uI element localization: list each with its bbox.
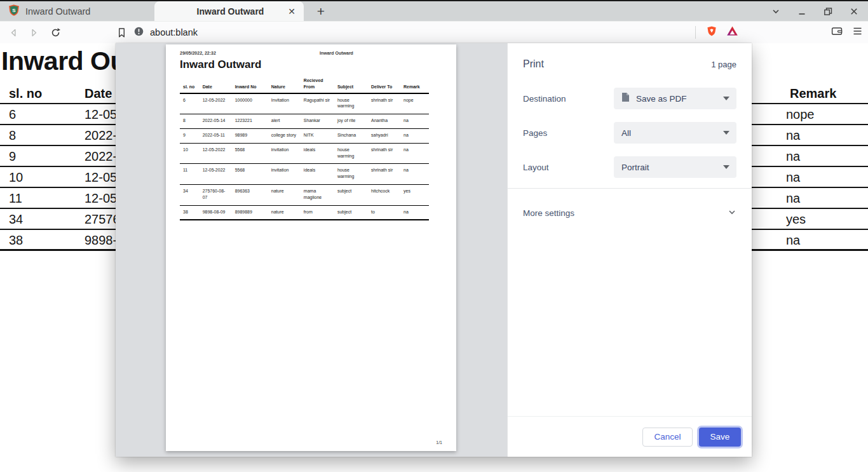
- sheet-datetime: 29/05/2022, 22:32: [180, 51, 216, 55]
- cell-sl-no: 11: [9, 188, 22, 209]
- preview-cell: Shankar: [301, 114, 334, 129]
- bat-rewards-icon[interactable]: [726, 25, 738, 39]
- tab-close-icon[interactable]: ✕: [285, 4, 299, 18]
- preview-cell: invitation: [268, 143, 301, 164]
- window-controls: [768, 4, 862, 19]
- panel-divider: [508, 188, 752, 189]
- preview-cell: college story: [268, 128, 301, 143]
- destination-field: Destination Save as PDF: [523, 88, 736, 109]
- preview-cell: 1223221: [232, 114, 268, 129]
- header-sl-no: sl. no: [9, 83, 42, 104]
- preview-cell: 896363: [232, 184, 268, 205]
- preview-cell: house warming: [334, 93, 368, 114]
- preview-cell: nature: [268, 184, 301, 205]
- svg-text:S: S: [12, 8, 16, 13]
- layout-dropdown[interactable]: Portrait: [614, 156, 736, 178]
- cell-remark: na: [786, 167, 800, 188]
- preview-cell: subject: [334, 205, 368, 220]
- cell-sl-no: 9: [9, 146, 16, 167]
- preview-cell: sahyadri: [368, 128, 400, 143]
- preview-cell: 1000000: [232, 93, 268, 114]
- preview-cell: 8: [180, 114, 200, 129]
- preview-cell: na: [400, 128, 429, 143]
- bookmark-icon[interactable]: [112, 23, 131, 42]
- cell-sl-no: 10: [9, 167, 23, 188]
- dropdown-caret-icon: [723, 97, 729, 100]
- preview-row: 9 2022-05-11 98989 college story NITK Si…: [180, 128, 429, 143]
- tab-inward-outward[interactable]: Inward Outward ✕: [154, 1, 304, 21]
- preview-header-row: sl. no Date Inward No Nature Recieved Fr…: [180, 76, 429, 93]
- menu-icon[interactable]: [852, 26, 863, 39]
- pages-dropdown[interactable]: All: [614, 122, 736, 144]
- preview-cell: 38: [180, 205, 200, 220]
- pages-label: Pages: [523, 128, 547, 138]
- preview-header-cell: Recieved From: [301, 76, 334, 93]
- browser-toolbar: about:blank: [0, 21, 868, 43]
- forward-icon[interactable]: [24, 23, 43, 42]
- preview-cell: 10: [180, 143, 200, 164]
- preview-cell: 2022-05-14: [200, 114, 232, 129]
- preview-cell: 5568: [232, 143, 268, 164]
- url-text[interactable]: about:blank: [150, 27, 198, 37]
- preview-row: 38 9898-08-09 8989889 nature from subjec…: [180, 205, 429, 220]
- layout-value: Portrait: [621, 163, 649, 172]
- tab-search-chevron-icon[interactable]: [768, 4, 783, 19]
- destination-label: Destination: [523, 94, 566, 104]
- preview-cell: Invitation: [268, 93, 301, 114]
- header-remark: Remark: [790, 83, 836, 104]
- layout-label: Layout: [523, 163, 549, 172]
- document-icon: [621, 92, 630, 105]
- brave-shield-icon[interactable]: [706, 25, 717, 40]
- minimize-icon[interactable]: [794, 4, 810, 19]
- preview-cell: ideals: [301, 164, 334, 185]
- destination-dropdown[interactable]: Save as PDF: [614, 88, 736, 109]
- preview-cell: 6: [180, 93, 200, 114]
- cell-sl-no: 8: [9, 125, 16, 146]
- preview-cell: joy of rite: [334, 114, 368, 129]
- new-tab-button[interactable]: +: [313, 3, 329, 20]
- page-info-icon[interactable]: [133, 26, 144, 39]
- window-title: Inward Outward: [25, 6, 90, 17]
- preview-cell: 98989: [232, 128, 268, 143]
- preview-cell: nature: [268, 205, 301, 220]
- preview-cell: 11: [180, 164, 200, 185]
- preview-cell: hitchcock: [368, 184, 400, 205]
- cell-remark: na: [786, 188, 800, 209]
- preview-cell: house warming: [334, 143, 368, 164]
- cancel-button[interactable]: Cancel: [642, 428, 693, 447]
- dialog-title: Print: [523, 58, 544, 70]
- preview-header-cell: sl. no: [180, 76, 200, 93]
- preview-header-cell: Remark: [400, 76, 429, 93]
- cell-remark: nope: [786, 104, 815, 125]
- close-window-icon[interactable]: [846, 4, 862, 19]
- wallet-icon[interactable]: [831, 25, 843, 39]
- reload-icon[interactable]: [46, 23, 65, 42]
- dropdown-caret-icon: [723, 165, 729, 169]
- preview-cell: to: [368, 205, 400, 220]
- cell-remark: yes: [786, 209, 806, 230]
- preview-cell: 12-05-2022: [200, 164, 232, 185]
- preview-cell: subject: [334, 184, 368, 205]
- preview-cell: Sinchana: [334, 128, 368, 143]
- preview-sheet: 29/05/2022, 22:32 Inward Outward Inward …: [166, 44, 456, 451]
- back-icon[interactable]: [4, 23, 23, 42]
- more-settings-label: More settings: [523, 208, 574, 218]
- preview-cell: ideals: [301, 143, 334, 164]
- preview-row: 10 12-05-2022 5568 invitation ideals hou…: [180, 143, 429, 164]
- preview-cell: 275760-08-07: [200, 184, 232, 205]
- preview-cell: 5568: [232, 164, 268, 185]
- preview-cell: house warming: [334, 164, 368, 185]
- preview-header-cell: Deliver To: [368, 76, 400, 93]
- address-bar[interactable]: about:blank: [133, 26, 198, 39]
- preview-cell: na: [400, 205, 429, 220]
- save-button[interactable]: Save: [699, 428, 741, 447]
- restore-icon[interactable]: [820, 4, 836, 19]
- more-settings-toggle[interactable]: More settings: [523, 199, 736, 226]
- preview-cell: shrinath sir: [368, 93, 400, 114]
- preview-cell: 9898-08-09: [200, 205, 232, 220]
- preview-header-cell: Subject: [334, 76, 368, 93]
- site-favicon-icon: S: [8, 4, 20, 18]
- print-dialog: 29/05/2022, 22:32 Inward Outward Inward …: [116, 43, 752, 457]
- print-settings-panel: Print 1 page Destination Save as PDF: [507, 43, 752, 457]
- layout-field: Layout Portrait: [523, 156, 736, 178]
